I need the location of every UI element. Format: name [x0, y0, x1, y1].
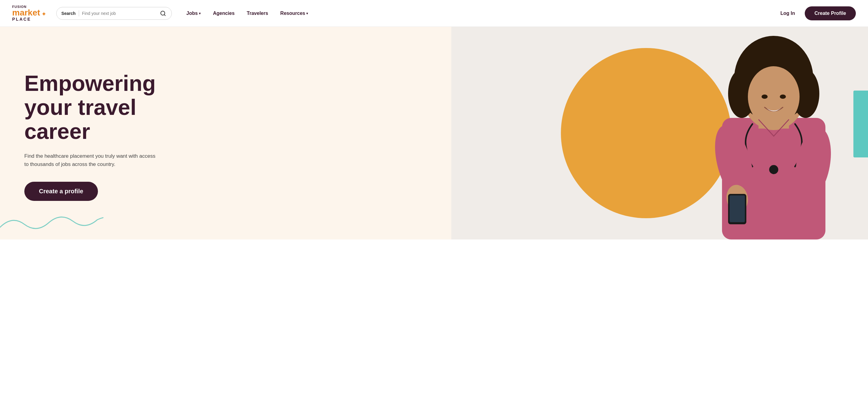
- hero-right: [451, 27, 868, 239]
- hero-description: Find the healthcare placement you truly …: [24, 152, 158, 168]
- search-divider: [79, 10, 79, 17]
- nav-item-resources[interactable]: Resources ▾: [276, 8, 313, 19]
- search-button[interactable]: [159, 10, 167, 17]
- hero-left: Empowering your travel career Find the h…: [0, 27, 451, 239]
- svg-line-1: [164, 14, 165, 15]
- logo-icon: ✦: [41, 11, 46, 17]
- svg-point-10: [780, 95, 786, 99]
- hero-title: Empowering your travel career: [24, 71, 427, 144]
- search-input[interactable]: [82, 11, 159, 16]
- wave-decoration: [0, 209, 103, 233]
- svg-rect-15: [730, 195, 745, 222]
- search-icon: [160, 10, 166, 17]
- nav-right: Log In Create Profile: [776, 6, 856, 20]
- logo[interactable]: FUSION market ✦ PLACE: [12, 5, 46, 21]
- chevron-down-icon-2: ▾: [306, 11, 308, 15]
- main-nav: Jobs ▾ Agencies Travelers Resources ▾: [182, 8, 776, 19]
- search-label: Search: [61, 11, 76, 16]
- nav-item-travelers[interactable]: Travelers: [242, 8, 273, 19]
- login-button[interactable]: Log In: [776, 8, 800, 19]
- create-profile-button[interactable]: Create Profile: [805, 6, 856, 20]
- logo-market-text: market: [12, 8, 40, 17]
- nav-item-jobs[interactable]: Jobs ▾: [182, 8, 206, 19]
- search-bar: Search: [56, 7, 172, 20]
- hero-cta-button[interactable]: Create a profile: [24, 182, 98, 201]
- nav-item-agencies[interactable]: Agencies: [208, 8, 239, 19]
- header: FUSION market ✦ PLACE Search Jobs ▾ Agen…: [0, 0, 868, 27]
- teal-rectangle-decoration: [854, 91, 868, 157]
- nurse-illustration: [698, 33, 850, 239]
- chevron-down-icon: ▾: [199, 11, 201, 15]
- logo-place-text: PLACE: [12, 17, 46, 21]
- hero-section: Empowering your travel career Find the h…: [0, 27, 868, 239]
- svg-point-11: [769, 165, 778, 174]
- svg-point-9: [762, 95, 768, 99]
- svg-point-8: [748, 66, 800, 127]
